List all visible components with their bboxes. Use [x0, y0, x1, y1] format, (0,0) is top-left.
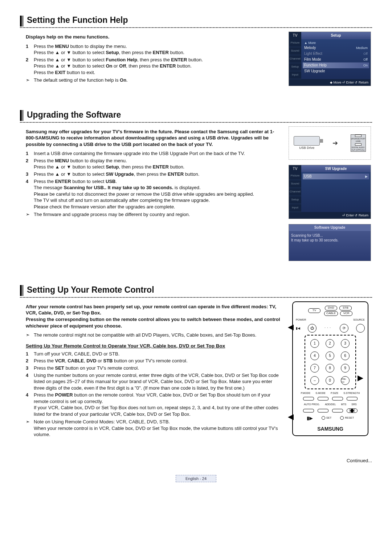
- osd-category-bar: Picture Sound Channel Setup Input: [289, 39, 301, 79]
- step-number: 4: [26, 392, 34, 417]
- section-title: Setting Up Your Remote Control: [27, 284, 154, 296]
- number-pad: 1 2 3 4 5 6 7 8 9 – 0 PRE-CH: [305, 335, 356, 389]
- port-label: UPGRADE PORT (USB): [351, 138, 366, 143]
- step-number: 3: [26, 365, 34, 371]
- osd-more-indicator: ▲ More: [303, 41, 369, 45]
- digit-button: 9: [341, 364, 350, 373]
- note: ➣ The remote control might not be compat…: [20, 332, 281, 338]
- feature-button: [303, 409, 314, 412]
- step-number: 3: [26, 171, 34, 178]
- usb-drive-icon: [294, 136, 320, 146]
- digit-button: 2: [326, 339, 334, 348]
- feature-label: P.MODE: [301, 391, 311, 395]
- osd-item-value: Off: [363, 51, 368, 56]
- feature-label: S.STRENGTH: [343, 391, 360, 395]
- step-text: Press the MENU button to display the men…: [34, 43, 281, 56]
- step-number: 1: [26, 351, 34, 357]
- section-title: Setting the Function Help: [27, 15, 128, 26]
- step-text: Press the ENTER button to select USB.The…: [34, 178, 281, 210]
- heading-ornament: [20, 285, 24, 296]
- osd-source-label: TV: [289, 165, 301, 172]
- note-text: The remote control might not be compatib…: [34, 332, 256, 338]
- feature-label: MTS: [341, 403, 346, 406]
- step-number: 2: [26, 158, 34, 170]
- mode-tv-button: TV: [308, 308, 320, 313]
- remote-control-diagram: TV DVD STB CABLE VCR POWER SOURC: [292, 301, 368, 436]
- step-list: 1 Press the MENU button to display the m…: [20, 43, 281, 76]
- feature-button: [332, 397, 343, 400]
- reset-label: RESET: [345, 416, 354, 420]
- step-number: 2: [26, 358, 34, 364]
- osd-sw-upgrade-menu: TV SW Upgrade Picture Sound Channel Setu…: [289, 165, 371, 219]
- osd-cat-input: Input: [289, 204, 301, 212]
- mode-vcr-button: VCR: [340, 311, 352, 316]
- osd-footer-hints: ⏎ Enter ↺ Return: [289, 212, 371, 219]
- section-heading: Setting the Function Help: [20, 15, 372, 28]
- feature-button: [303, 397, 314, 400]
- section-intro: Displays help on the menu functions.: [26, 34, 281, 40]
- page-number: English - 24: [176, 475, 216, 483]
- step-text: Press the ▲ or ▼ button to select Functi…: [34, 57, 281, 76]
- heading-ornament: [20, 16, 24, 27]
- section-heading: Upgrading the Software: [20, 109, 372, 123]
- feature-label: AUTO PROG.: [304, 403, 320, 406]
- usb-connection-diagram: USB Drive ➔ UPGRADE PORT (USB) DIGITAL A…: [289, 126, 371, 160]
- feature-label: ADD/DEL: [325, 403, 336, 406]
- step-number: 4: [26, 372, 34, 391]
- dialog-line: Scanning for USB...: [291, 233, 368, 238]
- subsection-title: Setting Up Your Remote Control to Operat…: [26, 343, 281, 349]
- osd-item-value: Off: [363, 57, 368, 62]
- osd-footer-hints: ◆ Move ⏎ Enter ↺ Return: [289, 79, 371, 86]
- osd-scanning-dialog: Software Upgrade Scanning for USB... It …: [289, 224, 371, 261]
- heading-ornament: [20, 110, 24, 121]
- prech-button: PRE-CH: [341, 376, 350, 385]
- digit-button: 1: [310, 339, 319, 348]
- usb-drive-label: USB Drive: [294, 146, 320, 150]
- note: ➣ The default setting of the function he…: [20, 77, 281, 84]
- power-button: ⏻: [308, 324, 317, 333]
- digit-button: 8: [326, 364, 334, 373]
- digit-button: 3: [341, 339, 350, 348]
- osd-title: Setup: [301, 32, 371, 39]
- callout-wedge-icon: [288, 414, 294, 420]
- digit-button: 5: [326, 351, 334, 360]
- srs-button: (): [347, 408, 358, 413]
- osd-item-label: Film Mode: [304, 57, 363, 62]
- step-number: 4: [26, 178, 34, 210]
- osd-item-label: SW Upgrade: [304, 69, 368, 74]
- dialog-title: Software Upgrade: [289, 224, 371, 231]
- section-heading: Setting Up Your Remote Control: [20, 284, 372, 298]
- generic-button: [356, 324, 365, 333]
- reset-button-icon: [340, 416, 344, 420]
- note-text: Note on Using Remote Control Modes: VCR,…: [34, 419, 281, 438]
- step-list: 1Insert a USB drive containing the firmw…: [20, 150, 281, 210]
- dash-button: –: [310, 376, 319, 385]
- power-icon: ⏻: [310, 326, 314, 331]
- brand-logo: SAMSUNG: [317, 426, 343, 432]
- digit-button: 7: [310, 364, 319, 373]
- note-arrow-icon: ➣: [26, 211, 34, 218]
- osd-cat-setup: Setup: [289, 196, 301, 204]
- set-label: SET: [326, 416, 332, 420]
- mode-dvd-button: DVD: [325, 306, 337, 310]
- step-number: 1: [26, 150, 34, 157]
- osd-cat-picture: Picture: [289, 39, 301, 47]
- port-label: DIGITAL AUDIO OUT (OPTICAL): [351, 146, 366, 151]
- callout-wedge-icon: [358, 375, 363, 381]
- digit-button: 0: [326, 376, 334, 385]
- usb-port-icon: [355, 135, 362, 137]
- feature-button: [318, 409, 328, 412]
- power-label: POWER: [296, 318, 306, 322]
- step-text: Press the POWER button on the remote con…: [34, 392, 281, 417]
- osd-cat-picture: Picture: [289, 172, 301, 180]
- note: ➣ The firmware and upgrade process may b…: [20, 211, 281, 218]
- feature-button: [318, 397, 328, 400]
- set-button-icon: [322, 416, 325, 420]
- osd-item-label: Melody: [304, 45, 356, 50]
- osd-cat-channel: Channel: [289, 55, 301, 63]
- dot-icon: [350, 409, 354, 412]
- play-icon: ▮▶: [307, 415, 313, 422]
- feature-button: [347, 397, 358, 400]
- osd-item-value: Medium: [356, 45, 368, 50]
- osd-cat-channel: Channel: [289, 188, 301, 196]
